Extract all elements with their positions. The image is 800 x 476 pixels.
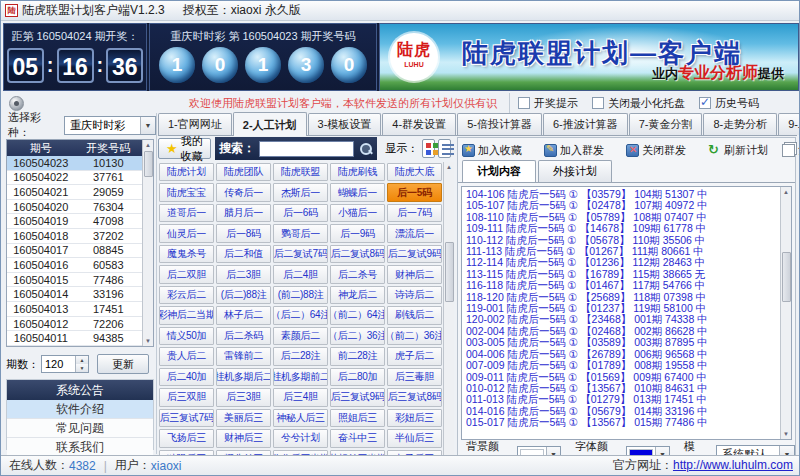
copy-plan-button[interactable]: 复制计划 <box>782 143 800 158</box>
plan-button[interactable]: 林子后二 <box>216 306 271 324</box>
plan-button[interactable]: 后二4胆 <box>273 265 328 283</box>
history-row[interactable]: 16050401947098 <box>7 214 142 229</box>
scrollbar-thumb[interactable] <box>445 242 454 302</box>
stepper-down-icon[interactable]: ▼ <box>76 364 88 372</box>
content-scrollbar[interactable]: ▲ ▼ <box>780 187 791 439</box>
plan-button[interactable]: 美丽后三 <box>216 409 271 427</box>
plan-button[interactable]: (前二)88注 <box>273 286 328 304</box>
content-tab-1[interactable]: 计划内容 <box>462 160 536 182</box>
site-link[interactable]: 官方网址：http://www.luhulm.com <box>613 457 793 474</box>
menu-item[interactable]: 常见问题 <box>7 419 153 438</box>
plan-button[interactable]: 财神后二 <box>387 265 442 283</box>
history-row[interactable]: 16050402237761 <box>7 171 142 186</box>
history-row[interactable]: 16050401194385 <box>7 331 142 346</box>
checkbox-option[interactable]: 历史号码 <box>699 96 759 111</box>
plan-button[interactable]: 杰斯后一 <box>273 183 328 201</box>
scroll-down-icon[interactable]: ▼ <box>145 336 151 346</box>
plan-button[interactable]: 传奇后一 <box>216 183 271 201</box>
tab-4[interactable]: 4-群发设置 <box>382 113 456 135</box>
plan-button[interactable]: 后三双胆 <box>159 388 214 406</box>
plan-button[interactable]: 后一9码 <box>330 224 385 242</box>
plan-button[interactable]: 后三复试9码 <box>330 388 385 406</box>
tab-8[interactable]: 8-走势分析 <box>703 113 777 135</box>
favorites-button[interactable]: ★ 我的收藏 <box>158 138 211 159</box>
plan-button[interactable]: 陆虎联盟 <box>273 163 328 181</box>
display-list-button[interactable] <box>438 139 451 158</box>
plan-button[interactable]: 财神后三 <box>216 429 271 447</box>
plan-button[interactable]: 鹦哥后一 <box>273 224 328 242</box>
plan-button[interactable]: 陆虎宝宝 <box>159 183 214 201</box>
plan-button[interactable]: 虎子后二 <box>387 347 442 365</box>
update-button[interactable]: 更新 <box>97 354 149 374</box>
lottery-select[interactable]: 重庆时时彩 ▼ <box>64 116 156 135</box>
history-row[interactable]: 16050402310130 <box>7 156 142 171</box>
periods-input[interactable] <box>42 356 75 372</box>
plan-button[interactable]: 彩神后二当期 <box>159 306 214 324</box>
plan-button[interactable]: 后二杀号 <box>330 265 385 283</box>
search-input[interactable] <box>259 141 354 157</box>
plan-button[interactable]: 仙灵后一 <box>159 224 214 242</box>
plan-button[interactable]: 后三复试8码 <box>387 388 442 406</box>
plan-button[interactable]: 后三毒胆 <box>387 368 442 386</box>
plans-scrollbar[interactable]: ▲ ▼ <box>443 162 454 469</box>
scrollbar-thumb[interactable] <box>144 151 153 177</box>
plan-button[interactable]: 半仙后三 <box>387 429 442 447</box>
history-row[interactable]: 16050401272206 <box>7 317 142 332</box>
tab-1[interactable]: 1-官网网址 <box>158 113 232 135</box>
plan-button[interactable]: 刷钱后二 <box>387 306 442 324</box>
history-row[interactable]: 16050401317451 <box>7 302 142 317</box>
refresh-plan-button[interactable]: 刷新计划 <box>708 143 768 158</box>
plan-button[interactable]: 后二3胆 <box>216 265 271 283</box>
plan-button[interactable]: 诗诗后二 <box>387 286 442 304</box>
history-row[interactable]: 16050401433196 <box>7 287 142 302</box>
plan-button[interactable]: 后二80加 <box>330 368 385 386</box>
scroll-up-icon[interactable]: ▲ <box>145 140 151 150</box>
plan-button[interactable]: 后三3胆 <box>216 388 271 406</box>
menu-item[interactable]: 软件介绍 <box>7 400 153 419</box>
plan-button[interactable]: 道哥后一 <box>159 204 214 222</box>
plan-button[interactable]: 后二40加 <box>159 368 214 386</box>
plan-button[interactable]: 后二杀码 <box>216 327 271 345</box>
content-tab-2[interactable]: 外接计划 <box>538 160 612 182</box>
chevron-down-icon[interactable]: ▼ <box>140 117 155 134</box>
tab-3[interactable]: 3-模板设置 <box>308 113 382 135</box>
plan-button[interactable]: 蝴蝶后一 <box>330 183 385 201</box>
plan-button[interactable]: 后一5码 <box>387 183 442 201</box>
plan-button[interactable]: 后三4胆 <box>273 388 328 406</box>
plan-button[interactable]: 挂机多期后二 <box>216 368 271 386</box>
history-row[interactable]: 16050401708845 <box>7 244 142 259</box>
plan-button[interactable]: 神龙后二 <box>330 286 385 304</box>
search-icon[interactable] <box>359 142 373 156</box>
plan-button[interactable]: 后二和值 <box>216 245 271 263</box>
add-broadcast-button[interactable]: 加入群发 <box>544 143 604 158</box>
plan-button[interactable]: 飞扬后三 <box>159 429 214 447</box>
plan-button[interactable]: 照姐后三 <box>330 409 385 427</box>
plan-button[interactable]: 素颜后二 <box>273 327 328 345</box>
plan-button[interactable]: 后一6码 <box>273 204 328 222</box>
plan-button[interactable]: (后二)88注 <box>216 286 271 304</box>
plan-button[interactable]: 陆虎团队 <box>216 163 271 181</box>
plan-button[interactable]: 后三复试7码 <box>159 409 214 427</box>
history-row[interactable]: 16050401660583 <box>7 258 142 273</box>
plan-button[interactable]: 漂流后一 <box>387 224 442 242</box>
site-url[interactable]: http://www.luhulm.com <box>673 458 793 472</box>
checkbox-icon[interactable] <box>699 97 711 109</box>
plan-button[interactable]: （后二）36注 <box>330 327 385 345</box>
history-row[interactable]: 16050401577486 <box>7 273 142 288</box>
scrollbar-thumb[interactable] <box>782 252 791 302</box>
tab-2[interactable]: 2-人工计划 <box>233 112 307 136</box>
plan-button[interactable]: （前二）64注 <box>330 306 385 324</box>
plan-button[interactable]: 后一8码 <box>216 224 271 242</box>
tab-6[interactable]: 6-推波计算器 <box>543 113 628 135</box>
plan-button[interactable]: 彩云后二 <box>159 286 214 304</box>
checkbox-option[interactable]: 关闭最小化托盘 <box>592 96 685 111</box>
plan-button[interactable]: 后二28注 <box>273 347 328 365</box>
plan-button[interactable]: （前二）36注 <box>387 327 442 345</box>
plan-button[interactable]: 陆虎计划 <box>159 163 214 181</box>
plan-button[interactable]: （后二）64注 <box>273 306 328 324</box>
checkbox-icon[interactable] <box>592 97 604 109</box>
add-favorite-button[interactable]: 加入收藏 <box>462 143 522 158</box>
scroll-down-icon[interactable]: ▼ <box>783 429 789 439</box>
tab-9[interactable]: 9-二星缩水 <box>778 113 800 135</box>
plan-button[interactable]: 魔鬼杀号 <box>159 245 214 263</box>
